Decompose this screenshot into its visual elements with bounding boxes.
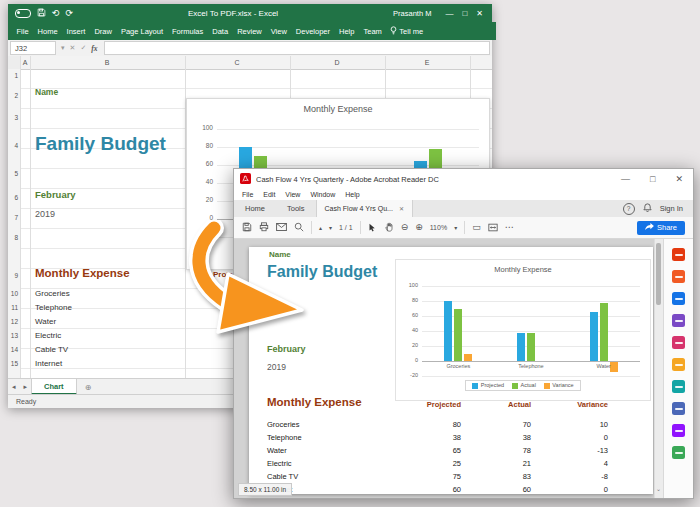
sheet-tab-chart[interactable]: Chart <box>31 379 77 395</box>
undo-icon[interactable]: ⟲ <box>52 9 60 18</box>
tab-document[interactable]: Cash Flow 4 Yrs Qu... ✕ <box>316 200 413 217</box>
create-pdf-tool-icon[interactable] <box>672 270 685 283</box>
save-icon[interactable] <box>37 8 46 19</box>
menu-edit[interactable]: Edit <box>263 191 275 198</box>
cell-expense-header[interactable]: Monthly Expense <box>35 268 130 280</box>
notifications-bell-icon[interactable] <box>643 203 652 214</box>
minimize-button[interactable]: — <box>611 174 640 184</box>
cell-item[interactable]: Electric <box>35 332 61 340</box>
export-pdf-tool-icon[interactable] <box>672 248 685 261</box>
fill-sign-tool-icon[interactable] <box>672 336 685 349</box>
menu-view[interactable]: View <box>285 191 300 198</box>
column-header-e[interactable]: E <box>412 59 442 66</box>
insert-function-icon[interactable]: fx <box>91 44 97 53</box>
help-icon[interactable]: ? <box>623 203 635 215</box>
ribbon-tab-help[interactable]: Help <box>335 24 359 39</box>
zoom-level[interactable]: 110% <box>430 224 447 231</box>
zoom-in-icon[interactable]: ⊕ <box>415 223 423 232</box>
row-header[interactable]: 13 <box>8 332 18 339</box>
zoom-dropdown-icon[interactable]: ▾ <box>454 224 457 231</box>
add-sheet-icon[interactable]: ⊕ <box>77 379 100 395</box>
row-header[interactable]: 12 <box>8 318 18 325</box>
row-header[interactable]: 15 <box>8 360 18 367</box>
column-header-d[interactable]: D <box>322 59 352 66</box>
ribbon-tab-data[interactable]: Data <box>208 24 233 39</box>
row-header[interactable]: 7 <box>8 214 18 221</box>
ribbon-tab-review[interactable]: Review <box>233 24 267 39</box>
row-header[interactable]: 4 <box>8 142 18 149</box>
organize-pages-tool-icon[interactable] <box>672 380 685 393</box>
comment-tool-icon[interactable] <box>672 358 685 371</box>
page-indicator[interactable]: 1 / 1 <box>339 224 353 231</box>
send-review-tool-icon[interactable] <box>672 446 685 459</box>
cell-item[interactable]: Water <box>35 318 56 326</box>
ribbon-tab-page-layout[interactable]: Page Layout <box>116 24 167 39</box>
tell-me-box[interactable]: Tell me <box>386 23 427 40</box>
cell-item[interactable]: Internet <box>35 360 62 368</box>
row-header[interactable]: 1 <box>8 72 18 79</box>
row-header[interactable]: 9 <box>8 272 18 279</box>
close-button[interactable]: ✕ <box>476 9 483 18</box>
close-button[interactable]: ✕ <box>665 174 693 184</box>
row-header[interactable]: 14 <box>8 346 18 353</box>
formula-input[interactable] <box>104 41 490 55</box>
cell-budget-title[interactable]: Family Budget <box>35 134 166 153</box>
ribbon-tab-draw[interactable]: Draw <box>90 24 117 39</box>
cancel-icon[interactable]: ✕ <box>70 44 76 52</box>
tab-tools[interactable]: Tools <box>276 200 316 217</box>
maximize-button[interactable]: □ <box>640 174 665 184</box>
enter-icon[interactable]: ✓ <box>80 44 86 52</box>
previous-page-icon[interactable]: ▴ <box>319 224 322 231</box>
ribbon-tab-formulas[interactable]: Formulas <box>168 24 208 39</box>
cell-item[interactable]: Groceries <box>35 290 70 298</box>
scroll-down-icon[interactable]: ⌄ <box>655 485 662 492</box>
row-header[interactable]: 6 <box>8 194 18 201</box>
ribbon-tab-home[interactable]: Home <box>33 24 62 39</box>
row-header[interactable]: 2 <box>8 92 18 99</box>
ribbon-tab-file[interactable]: File <box>12 24 33 39</box>
combine-files-tool-icon[interactable] <box>672 292 685 305</box>
cell-item[interactable]: Cable TV <box>35 346 68 354</box>
tab-close-icon[interactable]: ✕ <box>399 205 404 212</box>
row-header[interactable]: 3 <box>8 114 18 121</box>
account-name[interactable]: Prasanth M <box>393 9 431 18</box>
column-header-b[interactable]: B <box>92 59 122 66</box>
row-header[interactable]: 10 <box>8 290 18 297</box>
menu-file[interactable]: File <box>242 191 253 198</box>
ribbon-tab-view[interactable]: View <box>266 24 291 39</box>
column-header-a[interactable]: A <box>10 59 40 66</box>
cell-name-label[interactable]: Name <box>35 88 58 97</box>
cell-year[interactable]: 2019 <box>35 210 55 219</box>
sheet-nav-left-icon[interactable]: ◂ <box>8 379 20 395</box>
tab-home[interactable]: Home <box>234 200 276 217</box>
select-tool-icon[interactable] <box>368 223 377 233</box>
minimize-button[interactable]: — <box>445 9 453 18</box>
ribbon-tab-team[interactable]: Team <box>359 24 386 39</box>
sign-in-link[interactable]: Sign In <box>660 204 683 213</box>
edit-pdf-tool-icon[interactable] <box>672 314 685 327</box>
cell-month[interactable]: February <box>35 190 76 200</box>
compress-tool-icon[interactable] <box>672 424 685 437</box>
menu-help[interactable]: Help <box>345 191 359 198</box>
share-button[interactable]: Share <box>637 221 685 235</box>
cell-item[interactable]: Telephone <box>35 304 72 312</box>
next-page-icon[interactable]: ▾ <box>329 224 332 231</box>
row-header[interactable]: 5 <box>8 170 18 177</box>
redo-icon[interactable]: ⟳ <box>66 9 74 18</box>
sheet-nav-right-icon[interactable]: ▸ <box>20 379 32 395</box>
ribbon-tab-insert[interactable]: Insert <box>62 24 90 39</box>
maximize-button[interactable]: □ <box>462 9 467 18</box>
menu-window[interactable]: Window <box>310 191 335 198</box>
hand-tool-icon[interactable] <box>384 222 394 233</box>
name-box-dropdown-icon[interactable]: ▾ <box>61 44 65 52</box>
ribbon-tab-developer[interactable]: Developer <box>291 24 334 39</box>
name-box[interactable]: J32 <box>10 41 56 55</box>
protect-tool-icon[interactable] <box>672 402 685 415</box>
row-header[interactable]: 11 <box>8 304 18 311</box>
zoom-out-icon[interactable]: ⊖ <box>401 223 409 232</box>
scrollbar-thumb[interactable] <box>656 243 661 305</box>
row-header[interactable]: 8 <box>8 234 18 241</box>
fit-width-icon[interactable] <box>488 223 498 233</box>
fit-page-icon[interactable]: ▭ <box>472 223 481 232</box>
column-header-c[interactable]: C <box>222 59 252 66</box>
